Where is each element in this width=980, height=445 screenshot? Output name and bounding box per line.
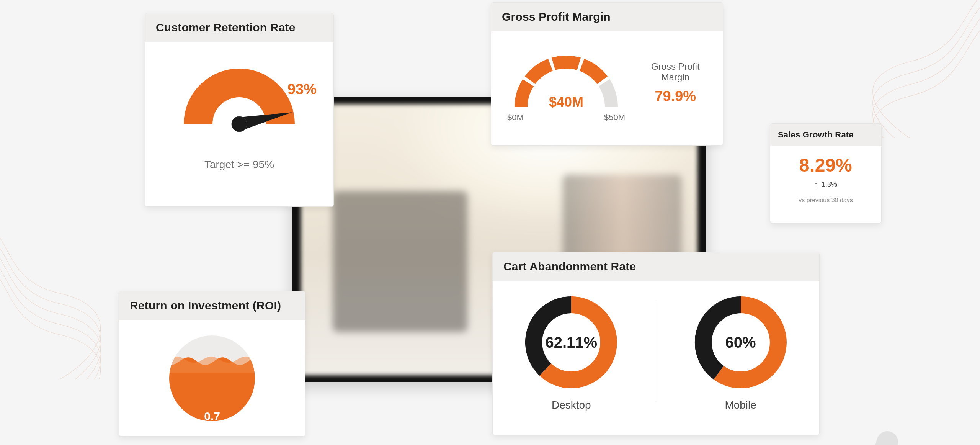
gpm-axis-min: $0M — [507, 113, 524, 123]
card-gross-profit-margin: Gross Profit Margin $40M $0M $50M Gross … — [491, 2, 723, 146]
gpm-pct: 79.9% — [637, 88, 714, 105]
card-title: Sales Growth Rate — [770, 124, 881, 146]
donut-desktop-value: 62.11% — [521, 293, 621, 392]
decorative-waves-right-top — [842, 0, 980, 138]
donut-mobile-label: Mobile — [691, 399, 791, 411]
card-title: Customer Retention Rate — [145, 13, 333, 42]
gpm-right-label: Gross Profit Margin — [637, 61, 714, 83]
sales-delta-value: 1.3% — [822, 180, 837, 188]
card-title: Cart Abandonment Rate — [493, 252, 819, 281]
retention-value: 93% — [287, 81, 317, 98]
card-title: Gross Profit Margin — [491, 3, 723, 31]
divider — [656, 302, 656, 402]
card-cart-abandonment: Cart Abandonment Rate 62.11% Desktop 60%… — [492, 252, 820, 435]
retention-target-label: Target >= 95% — [156, 159, 323, 171]
donut-desktop: 62.11% — [521, 293, 621, 392]
donut-desktop-label: Desktop — [521, 399, 621, 411]
decorative-swirl-right-bottom — [842, 361, 980, 445]
card-sales-growth: Sales Growth Rate 8.29% ↑ 1.3% vs previo… — [770, 123, 882, 224]
arrow-up-icon: ↑ — [814, 181, 818, 188]
donut-mobile-value: 60% — [691, 293, 791, 392]
card-customer-retention: Customer Retention Rate 93% Target >= 95… — [145, 13, 334, 207]
sales-caption: vs previous 30 days — [778, 197, 874, 204]
sales-delta: ↑ 1.3% — [814, 180, 837, 188]
sales-value: 8.29% — [778, 155, 874, 176]
card-roi: Return on Investment (ROI) 0.7 — [119, 291, 305, 437]
roi-value: 0.7 — [204, 410, 220, 423]
donut-mobile: 60% — [691, 293, 791, 392]
svg-point-0 — [884, 403, 980, 445]
decorative-waves-left — [0, 180, 115, 379]
retention-gauge: 93% — [156, 51, 323, 143]
gpm-axis-max: $50M — [604, 113, 625, 123]
card-title: Return on Investment (ROI) — [119, 291, 305, 320]
